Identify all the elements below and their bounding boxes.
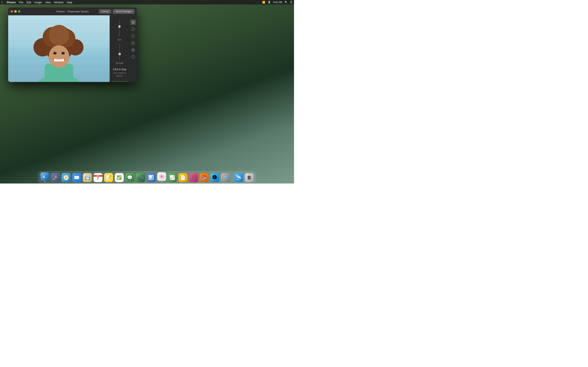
instructions: Click & drag over areas to distort. (110, 66, 130, 79)
dock-item-music[interactable]: 🎵 (189, 172, 199, 182)
traffic-lights (11, 10, 20, 13)
size-slider-group: Size (118, 19, 121, 41)
photos-icon: 🌸 (157, 172, 166, 181)
music-icon: 🎵 (189, 173, 198, 182)
menubar-window[interactable]: Window (54, 1, 63, 4)
trash-icon: 🗑 (245, 173, 254, 182)
size-slider-thumb[interactable] (118, 25, 121, 28)
desktop:  Photos File Edit Image View Window Hel… (0, 0, 294, 184)
size-slider-track[interactable] (119, 19, 120, 38)
dock-item-finder[interactable] (40, 172, 50, 182)
dock-item-notes[interactable]: 📝 (104, 172, 113, 182)
strength-slider-track[interactable] (120, 43, 120, 61)
instructions-primary: Click & drag (112, 68, 127, 71)
restore-tool-icon[interactable] (130, 54, 136, 60)
photos-dot (161, 181, 162, 182)
size-label: Size (118, 39, 121, 41)
reminders-icon: ✅ (115, 173, 124, 182)
facetime-icon: 📹 (136, 173, 145, 182)
search-icon[interactable]: 🔍 (285, 1, 288, 4)
svg-point-21 (132, 55, 135, 58)
menubar-view[interactable]: View (45, 1, 51, 4)
menubar-file[interactable]: File (19, 1, 23, 4)
strength-label: Strength (116, 62, 123, 64)
sidebar-tools (130, 17, 137, 80)
dock-item-contacts[interactable]: 📇 (82, 172, 92, 182)
dock-item-mail[interactable]: ✉️ (72, 172, 82, 182)
twirl-cw-tool-icon[interactable] (130, 26, 136, 32)
svg-point-25 (43, 176, 44, 177)
numbers-icon: 📈 (168, 173, 177, 182)
wifi-icon: 📶 (262, 1, 265, 4)
window-content: Size Strength (8, 15, 137, 82)
menubar-image[interactable]: Image (35, 1, 42, 4)
calendar-icon: SEP 7 (94, 173, 103, 182)
dock-item-syspref[interactable]: ⚙️ (221, 172, 230, 182)
reset-button[interactable]: Reset (111, 81, 128, 82)
cancel-button[interactable]: Cancel (99, 9, 111, 14)
finder-dot (44, 181, 45, 182)
close-button[interactable] (11, 10, 13, 13)
svg-point-12 (61, 52, 65, 54)
control-icon[interactable]: ☰ (290, 1, 292, 4)
svg-point-10 (49, 45, 69, 68)
clock: 9:41 AM (273, 1, 282, 4)
dock-item-appstore[interactable]: 🅐 (210, 172, 220, 182)
battery-icon: 🔋 (268, 1, 271, 4)
twirl-ccw-tool-icon[interactable] (130, 33, 136, 39)
instructions-secondary: over areas to distort. (112, 71, 127, 78)
dock-item-trash[interactable]: 🗑 (244, 172, 254, 182)
dock: 🚀 🧭 ✉️ 📇 SEP 7 📝 ✅ (38, 171, 256, 183)
syspref-icon: ⚙️ (221, 173, 230, 182)
svg-point-20 (133, 50, 134, 50)
photo-area[interactable] (8, 15, 110, 82)
contacts-icon: 📇 (83, 173, 92, 182)
dock-item-books[interactable]: 📚 (199, 172, 209, 182)
mail-icon: ✉️ (72, 173, 81, 182)
dock-item-pages[interactable]: 📄 (178, 172, 188, 182)
dock-item-calendar[interactable]: SEP 7 (93, 172, 103, 182)
safari-icon: 🧭 (62, 173, 71, 182)
strength-slider-group: Strength (116, 43, 123, 64)
svg-point-17 (132, 42, 134, 44)
dock-item-messages[interactable]: 💬 (125, 172, 135, 182)
title-bar: Photos – Pixelmator Distort Cancel Save … (8, 8, 137, 15)
dock-item-facetime[interactable]: 📹 (136, 172, 145, 182)
svg-point-26 (45, 176, 46, 177)
svg-point-14 (132, 28, 135, 31)
pages-icon: 📄 (178, 173, 187, 182)
dock-item-airdrop[interactable]: 📡 (234, 172, 243, 182)
sidebar: Size Strength (110, 15, 137, 82)
svg-point-16 (132, 42, 135, 44)
minimize-button[interactable] (14, 10, 17, 13)
dock-item-safari[interactable]: 🧭 (61, 172, 71, 182)
launchpad-icon: 🚀 (51, 173, 60, 182)
menubar-help[interactable]: Help (67, 1, 72, 4)
appstore-icon: 🅐 (210, 173, 219, 182)
title-bar-buttons: Cancel Save Changes (99, 9, 134, 14)
dock-item-reminders[interactable]: ✅ (114, 172, 124, 182)
pinch-tool-icon[interactable] (130, 40, 136, 46)
menubar-edit[interactable]: Edit (26, 1, 31, 4)
bloat-tool-icon[interactable] (130, 47, 136, 53)
dock-item-keynote[interactable]: 📊 (146, 172, 156, 182)
finder-icon (40, 172, 49, 181)
app-window: Photos – Pixelmator Distort Cancel Save … (8, 8, 137, 82)
menubar-app-name[interactable]: Photos (7, 1, 16, 4)
airdrop-icon: 📡 (234, 173, 243, 182)
maximize-button[interactable] (18, 10, 20, 13)
warp-tool-icon[interactable] (130, 19, 136, 25)
svg-point-9 (49, 25, 69, 45)
window-title: Photos – Pixelmator Distort (56, 10, 89, 13)
dock-item-numbers[interactable]: 📈 (167, 172, 177, 182)
dock-item-launchpad[interactable]: 🚀 (51, 172, 61, 182)
dock-item-photos[interactable]: 🌸 (157, 172, 167, 182)
books-icon: 📚 (200, 173, 209, 182)
strength-slider-thumb[interactable] (118, 53, 121, 55)
notes-icon: 📝 (104, 173, 113, 182)
dock-container: 🚀 🧭 ✉️ 📇 SEP 7 📝 ✅ (0, 171, 294, 184)
messages-icon: 💬 (125, 173, 134, 182)
save-changes-button[interactable]: Save Changes (113, 9, 134, 14)
apple-menu[interactable]:  (2, 1, 3, 4)
svg-point-11 (53, 52, 57, 54)
